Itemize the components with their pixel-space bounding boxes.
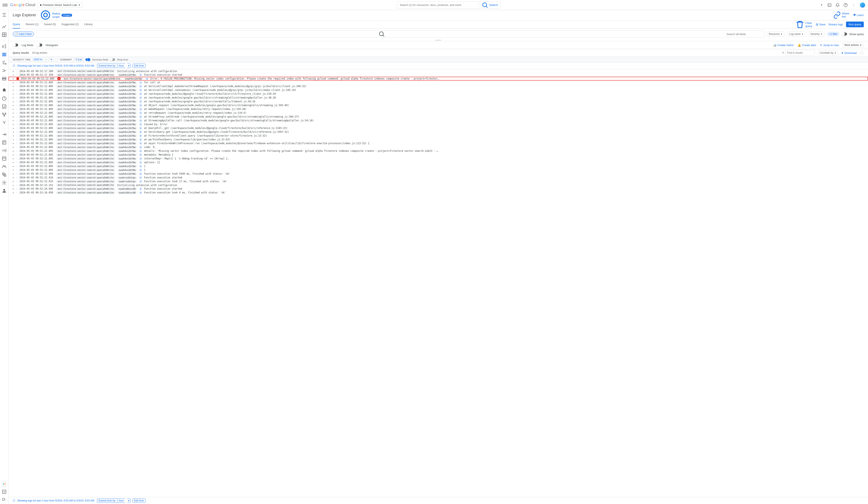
log-row[interactable]: ▸2024-05-03 09:52:22.805ext-firestore-ve… xyxy=(9,103,868,107)
trace-icon[interactable]: ≋ xyxy=(139,145,142,149)
log-chip[interactable]: ext-firestore-vector-search-queryOnWrite xyxy=(56,85,115,88)
refine-scope[interactable]: Refine scope Project xyxy=(40,10,72,21)
log-chip[interactable]: ouwh4vv2bf8w xyxy=(117,150,137,153)
expand-icon[interactable]: ▸ xyxy=(13,146,15,148)
save-query[interactable]: Save xyxy=(816,23,826,26)
rail-error-icon[interactable] xyxy=(2,96,7,101)
log-chip[interactable]: ouwh4vv2bf8w xyxy=(117,146,137,149)
log-chip[interactable]: ext-firestore-vector-search-queryOnWrite xyxy=(56,138,115,141)
project-picker[interactable]: Firestore Vector Search Lab ▼ xyxy=(38,2,83,8)
run-query-button[interactable]: Run query xyxy=(846,22,864,27)
more-icon[interactable]: ⋮ xyxy=(851,3,856,7)
histogram-toggle[interactable] xyxy=(37,43,42,47)
tab-query[interactable]: Query xyxy=(13,20,20,29)
edit-time[interactable]: Edit time xyxy=(133,498,145,503)
expand-icon[interactable]: ▸ xyxy=(13,134,15,137)
rail-release-icon[interactable] xyxy=(2,489,7,494)
create-alert[interactable]: 🔔 Create alert xyxy=(798,43,816,47)
expand-icon[interactable]: ▸ xyxy=(13,168,15,172)
jump-to-now[interactable]: ↻ Jump to now xyxy=(820,43,839,47)
log-chip[interactable]: ext-firestore-vector-search-queryOnWrite xyxy=(56,115,115,119)
log-row[interactable]: ▸2024-05-03 09:52:22.805ext-firestore-ve… xyxy=(9,107,868,111)
extend-time[interactable]: Extend time by: 1 hour xyxy=(97,64,125,68)
expand-icon[interactable]: ▸ xyxy=(13,81,15,84)
more-actions[interactable]: More actions ▼ xyxy=(843,42,864,48)
expand-icon[interactable]: ▸ xyxy=(13,180,15,183)
resize-handle[interactable] xyxy=(9,39,868,41)
log-chip[interactable]: ouwh4vv2bf8w xyxy=(117,89,137,92)
log-row[interactable]: ▸2024-05-03 09:52:22.805ext-firestore-ve… xyxy=(9,119,868,122)
log-chip[interactable]: ouwh4vv2bf8w xyxy=(117,92,137,95)
rail-alert-icon[interactable] xyxy=(2,88,7,93)
log-chip[interactable]: ext-firestore-vector-search-queryOnWrite xyxy=(56,187,115,191)
log-row[interactable]: ▸2024-05-03 09:52:17.309ext-firestore-ve… xyxy=(9,69,868,73)
log-chip[interactable]: ext-firestore-vector-search-queryOnWrite xyxy=(56,81,115,84)
trace-icon[interactable]: ≋ xyxy=(139,104,142,107)
log-row[interactable]: ▸2024-05-03 09:52:22.805ext-firestore-ve… xyxy=(9,149,868,153)
log-row[interactable]: ▸2024-05-03 09:52:22.805ext-firestore-ve… xyxy=(9,157,868,161)
trace-icon[interactable]: ≋ xyxy=(139,142,142,145)
log-chip[interactable]: ouwh4vv2bf8w xyxy=(117,111,137,115)
log-chip[interactable]: ext-firestore-vector-search-queryOnWrite xyxy=(56,123,115,126)
log-row[interactable]: ▸2024-05-03 09:52:24.045ext-firestore-ve… xyxy=(9,187,868,191)
log-chip[interactable]: ouwhrxa5otgx xyxy=(117,180,137,183)
expand-icon[interactable]: ▸ xyxy=(13,77,15,80)
user-avatar[interactable] xyxy=(859,2,866,8)
log-row[interactable]: ▸2024-05-03 09:52:22.805ext-firestore-ve… xyxy=(9,138,868,142)
trace-icon[interactable]: ≋ xyxy=(139,134,142,137)
notifications-icon[interactable] xyxy=(835,3,840,7)
rail-managed-icon[interactable] xyxy=(2,164,7,169)
expand-icon[interactable]: ▸ xyxy=(13,89,15,92)
rail-dashboard-icon[interactable] xyxy=(2,32,7,37)
log-row[interactable]: ▸2024-05-03 09:52:22.805ext-firestore-ve… xyxy=(9,92,868,96)
time-dropdown[interactable]: ▼ xyxy=(49,58,54,61)
sort-asc-icon[interactable]: ↑ xyxy=(45,58,47,61)
extend-dropdown[interactable]: ▾ xyxy=(127,64,131,68)
trace-icon[interactable]: ≋ xyxy=(139,89,142,92)
rail-logs-explorer-icon[interactable] xyxy=(2,52,7,57)
tab-library[interactable]: Library xyxy=(84,20,93,29)
resource-filter[interactable]: Resource ▼ xyxy=(766,31,785,37)
log-chip[interactable]: ouwh4vv2bf8w xyxy=(117,161,137,164)
rail-debugger-icon[interactable] xyxy=(2,148,7,153)
rail-metrics-icon[interactable] xyxy=(2,24,7,29)
rail-router-icon[interactable] xyxy=(2,68,7,73)
log-chip[interactable]: ext-firestore-vector-search-queryOnWrite xyxy=(56,153,115,156)
log-row[interactable]: ▸2024-05-03 09:52:22.805ext-firestore-ve… xyxy=(9,153,868,157)
trace-icon[interactable]: ≋ xyxy=(139,161,142,164)
log-chip[interactable]: ext-firestore-vector-search-queryOnWrite xyxy=(56,119,115,122)
trace-icon[interactable]: ≋ xyxy=(139,81,142,84)
log-row[interactable]: ▸2024-05-03 09:52:22.933ext-firestore-ve… xyxy=(9,179,868,183)
log-chip[interactable]: ouwh4vv2bf8w xyxy=(117,157,137,160)
expand-icon[interactable]: ▸ xyxy=(13,157,15,160)
log-chip[interactable]: ext-firestore-vector-search-queryOnWrite xyxy=(56,180,115,183)
gcp-logo[interactable]: Google Cloud xyxy=(10,3,35,7)
log-chip[interactable]: ext-firestore-vector-search-queryOnWrite xyxy=(56,107,115,111)
rail-groups-icon[interactable] xyxy=(2,156,7,161)
log-chip[interactable]: ext-firestore-vector-search-queryOnWrite xyxy=(56,96,115,99)
log-row[interactable]: ▸2024-05-03 09:52:22.805ext-firestore-ve… xyxy=(9,145,868,149)
log-chip[interactable]: ouwh4vv2bf8w xyxy=(117,107,137,111)
log-chip[interactable]: ext-firestore-vector-search-queryOnWrite xyxy=(56,146,115,149)
rail-logs-icon[interactable] xyxy=(2,44,7,49)
log-chip[interactable]: ouwh4vv2bf8w xyxy=(117,153,137,156)
rail-arrow-icon[interactable] xyxy=(2,132,7,137)
trace-icon[interactable]: ≋ xyxy=(139,107,142,111)
expand-icon[interactable]: ▸ xyxy=(13,172,15,175)
trace-icon[interactable]: ≋ xyxy=(139,187,142,191)
search-input[interactable] xyxy=(397,1,479,9)
log-chip[interactable]: ouwh4vv2bf8w xyxy=(117,142,137,145)
log-chip[interactable]: ext-firestore-vector-search-queryOnWrite xyxy=(56,70,115,73)
expand-icon[interactable]: ▸ xyxy=(13,73,15,76)
log-chip[interactable]: ouwh4vv2bf8w xyxy=(117,100,137,103)
trace-icon[interactable]: ≋ xyxy=(139,126,142,130)
log-chip[interactable]: ext-firestore-vector-search-queryOnWrite xyxy=(62,77,122,80)
log-chip[interactable]: ext-firestore-vector-search-queryOnWrite xyxy=(56,172,115,175)
log-row[interactable]: ▸2024-05-03 09:52:22.805ext-firestore-ve… xyxy=(9,111,868,115)
log-row[interactable]: ▸2024-05-03 09:52:22.805ext-firestore-ve… xyxy=(9,88,868,92)
log-chip[interactable]: ouwh4vv2bf8w xyxy=(117,85,137,88)
gemini-icon[interactable]: ✦ xyxy=(819,3,824,7)
rail-query-icon[interactable] xyxy=(2,60,7,65)
log-chip[interactable]: ext-firestore-vector-search-queryOnWrite xyxy=(56,89,115,92)
log-chip[interactable]: ouwh4vv2bf8w xyxy=(117,172,137,175)
